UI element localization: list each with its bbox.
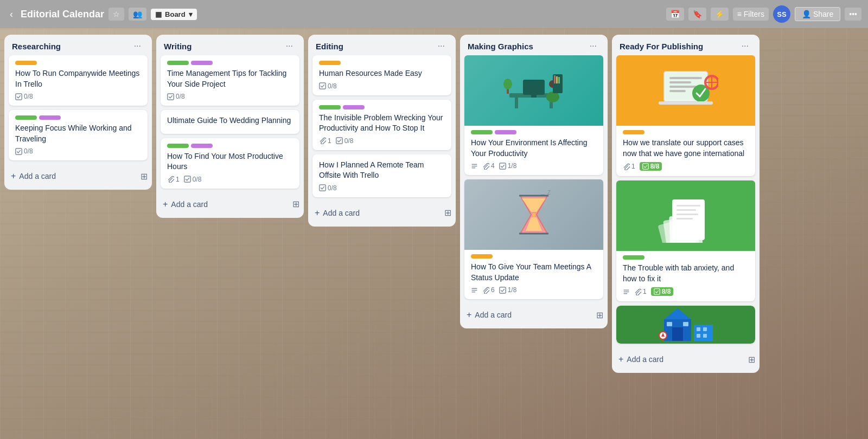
add-card-button-writing[interactable]: + Add a card [161,196,292,212]
list-icon-rfp2 [623,288,630,295]
template-button-editing[interactable]: ⊞ [444,208,451,218]
card-w1[interactable]: Time Management Tips for Tackling Your S… [161,55,299,106]
card-meta-rfp1: 1 8/8 [623,162,749,171]
card-title-mg2: How To Give Your Team Meetings A Status … [471,262,597,283]
column-footer-editing: + Add a card ⊞ [308,202,456,227]
card-rfp1[interactable]: How we translate our support cases now t… [616,55,755,176]
card-labels-mg2 [471,254,597,259]
checklist-meta-w3: 0/8 [184,176,202,183]
share-button[interactable]: 👤 Share [795,7,840,21]
avatar[interactable]: SS [773,5,790,23]
column-menu-button-ready-for-publishing[interactable]: ··· [738,40,752,52]
card-labels-r1 [15,61,141,65]
board-icon: ▦ [155,10,162,18]
plus-icon-researching: + [11,171,16,181]
checklist-complete-rfp2: 8/8 [651,287,674,296]
checklist-meta-e3: 0/8 [319,184,337,192]
attach-icon-rfp1 [623,163,630,170]
card-e3[interactable]: How I Planned A Remote Team Offsite With… [312,154,451,197]
label-green-rfp2 [623,255,644,260]
add-card-label-ready-for-publishing: Add a card [627,355,663,364]
card-e2[interactable]: The Invisible Problem Wrecking Your Prod… [312,100,451,150]
add-card-label-making-graphics: Add a card [475,311,512,319]
column-researching: Researching ··· How To Run Companywide M… [4,35,152,190]
label-yellow [15,61,37,65]
add-card-button-researching[interactable]: + Add a card [9,168,141,184]
calendar-button[interactable]: 📅 [666,8,684,21]
card-meta-w1: 0/8 [167,93,293,100]
card-mg2[interactable]: Z Z Z [464,179,603,299]
meditation-illustration [501,63,566,118]
card-labels-w3 [167,144,293,148]
plus-icon-ready-for-publishing: + [618,354,623,364]
svg-rect-10 [523,80,545,95]
team-button[interactable]: 👥 [129,8,146,21]
svg-rect-40 [669,81,691,83]
dropdown-chevron-icon: ▾ [189,10,193,18]
template-button-writing[interactable]: ⊞ [292,199,299,209]
column-menu-button-researching[interactable]: ··· [131,40,144,52]
card-mg1[interactable]: How Your Environment Is Affecting Your P… [464,55,603,175]
label-green-w1 [167,61,189,65]
lightning-button[interactable]: ⚡ [711,8,729,21]
template-button-researching[interactable]: ⊞ [141,171,148,182]
back-button[interactable]: ‹ [7,7,16,22]
attach-icon-rfp2 [634,288,641,295]
column-body-ready-for-publishing: How we translate our support cases now t… [612,55,760,348]
filters-button[interactable]: ≡ Filters [733,8,769,21]
list-meta-mg1 [471,163,478,170]
bookmark-button[interactable]: 🔖 [688,8,706,21]
svg-text:Z: Z [547,190,551,196]
column-menu-button-editing[interactable]: ··· [435,40,448,52]
attach-meta-rfp2: 1 [634,288,647,295]
checklist-meta-mg1: 1/8 [499,162,517,170]
card-title-w2: Ultimate Guide To Wedding Planning [167,115,293,126]
card-r1[interactable]: How To Run Companywide Meetings In Trell… [9,55,148,106]
column-menu-button-writing[interactable]: ··· [283,40,296,52]
add-card-button-editing[interactable]: + Add a card [312,205,444,221]
svg-rect-0 [16,94,22,100]
card-rfp2[interactable]: The Trouble with tab anxiety, and how to… [616,180,755,301]
checklist-complete-icon-rfp2 [654,288,660,295]
card-labels-r2 [15,115,141,120]
list-icon-mg2 [471,287,478,294]
column-menu-button-making-graphics[interactable]: ··· [586,40,600,52]
svg-rect-41 [669,86,697,88]
svg-rect-44 [659,101,713,105]
board-title: Editorial Calendar [21,9,104,20]
add-card-button-making-graphics[interactable]: + Add a card [464,307,596,323]
column-title-ready-for-publishing: Ready For Publishing [620,42,703,51]
card-meta-mg2: 6 1/8 [471,286,597,294]
card-w2[interactable]: Ultimate Guide To Wedding Planning [161,110,299,134]
label-purple-e2 [343,105,365,109]
card-r2[interactable]: Keeping Focus While Working and Travelin… [9,110,148,160]
column-footer-researching: + Add a card ⊞ [4,165,152,190]
column-ready-for-publishing: Ready For Publishing ··· [612,35,760,373]
attach-meta-e2: 1 [319,137,331,145]
share-label: Share [813,10,833,18]
svg-rect-53 [676,205,700,206]
attach-meta-w3: 1 [167,176,180,183]
list-meta-rfp2 [623,288,630,295]
board-type-badge[interactable]: ▦ Board ▾ [151,9,197,20]
attach-icon-e2 [319,137,326,144]
card-rfp3[interactable] [616,306,755,344]
label-purple-r2 [39,115,61,120]
plus-icon-editing: + [315,208,320,218]
svg-rect-55 [676,214,698,215]
add-card-button-ready-for-publishing[interactable]: + Add a card [616,351,748,367]
card-title-r1: How To Run Companywide Meetings In Trell… [15,68,141,89]
template-button-making-graphics[interactable]: ⊞ [596,310,603,320]
svg-rect-60 [654,289,660,295]
checklist-meta-mg2: 1/8 [499,286,517,294]
star-button[interactable]: ☆ [108,8,124,21]
svg-rect-6 [320,185,326,191]
column-body-editing: Human Resources Made Easy 0/8 The Invisi… [308,55,456,202]
template-button-ready-for-publishing[interactable]: ⊞ [748,354,755,365]
card-labels-rfp1 [623,130,749,134]
more-button[interactable]: ••• [845,8,861,21]
card-e1[interactable]: Human Resources Made Easy 0/8 [312,55,451,95]
svg-rect-23 [500,163,506,169]
card-w3[interactable]: How To Find Your Most Productive Hours 1… [161,138,299,189]
share-icon: 👤 [802,10,811,18]
